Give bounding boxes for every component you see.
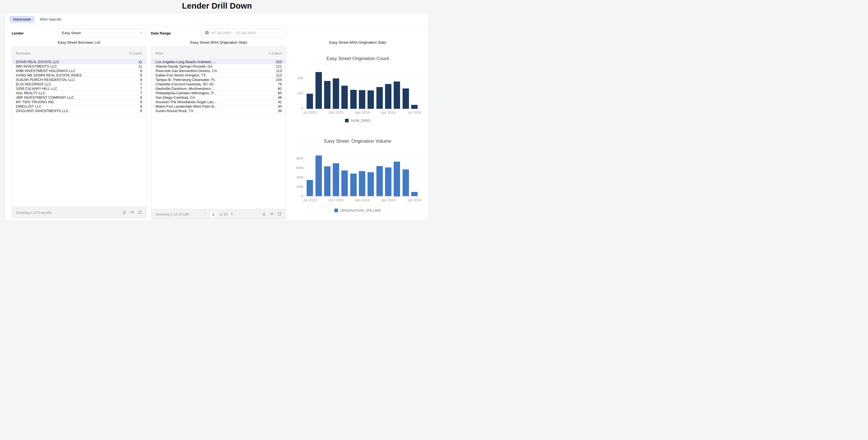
table-row[interactable]: Houston-The Woodlands-Sugar Lan...41 bbox=[152, 100, 286, 104]
msa-table-footer: Showing 1-12 of 186 1 of 16 bbox=[152, 209, 286, 219]
bar-jul-2024 bbox=[411, 105, 417, 109]
bar-jun-2024 bbox=[403, 169, 409, 196]
row-label: IMH INVESTMENTS LLC bbox=[16, 64, 57, 68]
table-row[interactable]: Atlanta-Sandy Springs-Roswell, GA121 bbox=[152, 64, 286, 69]
row-count: 6 bbox=[138, 95, 142, 100]
table-row[interactable]: Nashville-Davidson--Murfreesboro-...60 bbox=[152, 87, 286, 91]
row-label: 1939 CALVARY HILL LLC bbox=[16, 87, 57, 91]
tab-nationwide[interactable]: Nationwide bbox=[9, 16, 34, 23]
x-axis-tick-label: Apr 2024 bbox=[376, 111, 401, 115]
row-count: 11 bbox=[136, 64, 143, 68]
download-icon[interactable] bbox=[262, 212, 266, 216]
table-row[interactable]: HAND ME DOWN REAL ESTATE INVES8 bbox=[12, 73, 146, 77]
bar-jun-2024 bbox=[403, 89, 409, 109]
chevron-down-icon bbox=[139, 31, 143, 35]
tab-msa-specific[interactable]: MSA-Specific bbox=[36, 16, 65, 23]
row-label: DIYAR REAL ESTATE LLC bbox=[16, 60, 59, 64]
column-header-loans[interactable]: # Loans bbox=[129, 51, 142, 55]
msa-table-header: MSA # Loans bbox=[152, 47, 286, 60]
row-label: Austin-Round Rock, TX bbox=[156, 109, 193, 113]
bar-jul-2023 bbox=[307, 94, 313, 109]
bar-mar-2024 bbox=[376, 87, 383, 109]
chart-legend: ORIGINATION_VOLUME bbox=[291, 208, 425, 213]
row-label: HAND ME DOWN REAL ESTATE INVES bbox=[16, 73, 82, 77]
bar-nov-2023 bbox=[341, 86, 348, 109]
table-row[interactable]: 1939 CALVARY HILL LLC7 bbox=[12, 87, 146, 91]
table-row[interactable]: MY TIEN TRUONG INC6 bbox=[12, 100, 146, 104]
bar-jul-2023 bbox=[307, 180, 313, 196]
legend-label: NUM_ORIG bbox=[351, 119, 370, 123]
table-row[interactable]: IMH INVESTMENTS LLC11 bbox=[12, 64, 146, 69]
page-number-input[interactable]: 1 bbox=[210, 210, 217, 218]
row-label: AGL REALTY LLC bbox=[16, 91, 45, 95]
row-count: 60 bbox=[276, 87, 282, 91]
row-label: Philadelphia-Camden-Wilmington, P... bbox=[156, 91, 216, 95]
row-label: Houston-The Woodlands-Sugar Lan... bbox=[156, 100, 216, 104]
row-label: Miami-Fort Lauderdale-West Palm B... bbox=[156, 104, 217, 108]
row-count: 46 bbox=[276, 95, 282, 100]
row-count: 6 bbox=[138, 109, 142, 113]
column-header-borrower[interactable]: Borrower bbox=[16, 51, 31, 55]
date-range-label: Date Range bbox=[151, 31, 171, 35]
y-axis-tick-label: 100 bbox=[291, 91, 303, 95]
legend-label: ORIGINATION_VOLUME bbox=[340, 208, 381, 213]
table-row[interactable]: DIYAR REAL ESTATE LLC11 bbox=[12, 60, 146, 64]
table-row[interactable]: DWELLIST LLC6 bbox=[12, 104, 146, 109]
refresh-icon[interactable] bbox=[138, 210, 142, 215]
date-range-input[interactable]: 07-19-2023 - 07-18-2024 bbox=[201, 29, 286, 37]
chevron-right-icon[interactable] bbox=[230, 212, 234, 216]
table-row[interactable]: KMB INVESTMENT HOLDINGS LLC8 bbox=[12, 69, 146, 73]
bar-oct-2023 bbox=[333, 78, 339, 109]
results-count: Showing 1-12 of 186 bbox=[156, 212, 189, 216]
download-icon[interactable] bbox=[122, 210, 127, 215]
table-row[interactable]: SUGAR PORCH RESIDENTIAL LLC8 bbox=[12, 77, 146, 82]
table-row[interactable]: AGL REALTY LLC7 bbox=[12, 91, 146, 95]
lender-drill-down-screen: Lender Drill Down Nationwide MSA-Specifi… bbox=[0, 0, 434, 220]
row-count: 6 bbox=[138, 104, 142, 108]
bar-nov-2023 bbox=[341, 170, 348, 196]
table-row[interactable]: Charlotte-Concord-Gastonia, NC-SC79 bbox=[152, 82, 286, 87]
row-count: 113 bbox=[274, 69, 282, 73]
x-axis-tick-label: Oct 2023 bbox=[323, 198, 349, 202]
row-count: 320 bbox=[274, 60, 282, 64]
table-row[interactable]: Philadelphia-Camden-Wilmington, P...60 bbox=[152, 91, 286, 95]
column-header-msa[interactable]: MSA bbox=[156, 51, 163, 55]
charts-panel-title: Easy Street MSA Origination Stats bbox=[291, 40, 425, 44]
row-label: MY TIEN TRUONG INC bbox=[16, 100, 54, 104]
row-count: 6 bbox=[138, 100, 142, 104]
table-row[interactable]: San Diego-Carlsbad, CA46 bbox=[152, 95, 286, 100]
row-count: 39 bbox=[276, 109, 282, 113]
bar-apr-2024 bbox=[385, 167, 392, 196]
row-count: 60 bbox=[276, 91, 282, 95]
lender-select-value: Easy Street bbox=[62, 31, 81, 35]
borrower-table: Borrower # Loans DIYAR REAL ESTATE LLC11… bbox=[12, 47, 146, 218]
column-header-loans[interactable]: # Loans bbox=[269, 51, 282, 55]
bar-feb-2024 bbox=[368, 90, 374, 109]
filter-icon[interactable] bbox=[130, 210, 134, 215]
x-axis-tick-label: Jul 2023 bbox=[298, 111, 322, 115]
bar-jan-2024 bbox=[359, 90, 365, 109]
row-count: 8 bbox=[138, 69, 142, 73]
chevron-left-icon[interactable] bbox=[204, 212, 207, 216]
legend-swatch bbox=[334, 209, 338, 212]
chart-plot-area: 0100200Jul 2023Oct 2023Jan 2024Apr 2024J… bbox=[291, 55, 425, 125]
x-axis-line bbox=[306, 196, 419, 197]
table-row[interactable]: Los Angeles-Long Beach-Anaheim, ...320 bbox=[152, 60, 286, 64]
table-row[interactable]: Riverside-San Bernardino-Ontario, CA113 bbox=[152, 69, 286, 73]
row-label: Atlanta-Sandy Springs-Roswell, GA bbox=[156, 64, 213, 68]
table-row[interactable]: Austin-Round Rock, TX39 bbox=[152, 109, 286, 113]
row-count: 79 bbox=[276, 82, 282, 86]
origination-volume-chart: Easy Street Origination Volume 020M40M60… bbox=[291, 138, 425, 216]
table-row[interactable]: Tampa-St. Petersburg-Clearwater, FL104 bbox=[152, 77, 286, 82]
filter-icon[interactable] bbox=[270, 212, 274, 216]
row-count: 7 bbox=[138, 91, 142, 95]
table-row[interactable]: ELIS HOLDINGS LLC7 bbox=[12, 82, 146, 87]
lender-select[interactable]: Easy Street bbox=[58, 29, 146, 37]
table-row[interactable]: Miami-Fort Lauderdale-West Palm B...40 bbox=[152, 104, 286, 109]
table-row[interactable]: JMP INVESTMENT COMPANY LLC6 bbox=[12, 95, 146, 100]
table-row[interactable]: ZIGGURAT INVESTMENTS LLC6 bbox=[12, 109, 146, 113]
bar-aug-2023 bbox=[315, 72, 322, 109]
bar-sep-2023 bbox=[324, 81, 331, 109]
table-row[interactable]: Dallas-Fort Worth-Arlington, TX113 bbox=[152, 73, 286, 77]
refresh-icon[interactable] bbox=[277, 212, 282, 216]
